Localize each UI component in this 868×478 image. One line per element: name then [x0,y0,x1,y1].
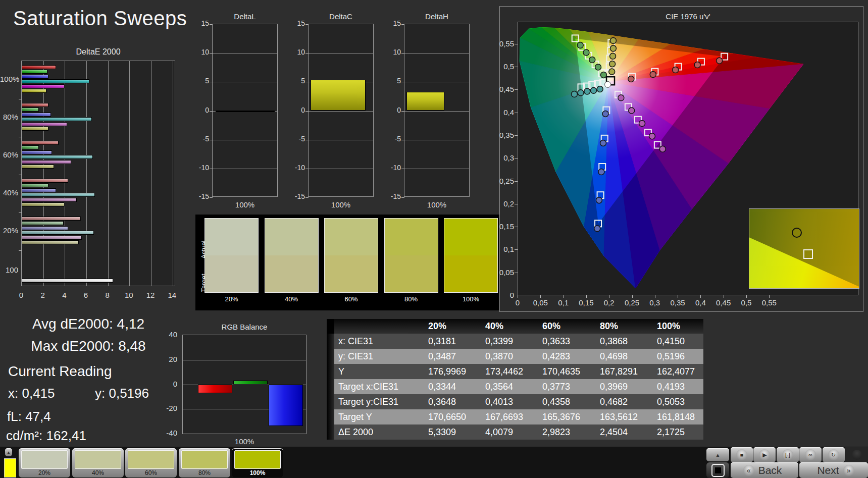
cie-x-tickmark [586,295,587,298]
scroll-up-icon[interactable]: ▲ [5,448,12,456]
measured-marker-red [717,58,723,64]
deltae-bar-40%-red [22,179,68,183]
table-header-cell [334,319,424,334]
measured-marker-magenta [618,95,624,101]
sample-swatch [128,450,174,469]
sample-button-40%[interactable]: 40% [72,448,124,477]
current-color-swatch[interactable] [4,458,16,477]
table-cell: 0,3969 [596,379,653,394]
table-cell: 4,0079 [481,424,538,440]
ytickmark [210,53,213,54]
grid-5 [213,82,277,82]
table-row-label: x: CIE31 [334,334,424,349]
cie-y-tick: 0,15 [492,222,514,231]
deltae-bar-60%-green [22,145,39,149]
deltae-bar-20%-cyan [22,231,94,235]
table-cell: 161,8148 [653,409,703,424]
stop-icon [711,464,725,477]
deltae-bar-40%-green [22,183,48,187]
target-swatch [325,255,378,292]
table-header-cell [327,319,334,334]
sample-strip: ▲ 20%40%60%80%100% ▲ ■▶[·]∞↻ « Back Next… [0,447,868,478]
cie-x-tickmark [678,295,678,298]
measured-marker-green [577,42,583,48]
back-button[interactable]: « Back [731,462,798,478]
deltae-bar-80%-cyan [22,117,92,121]
rgb-grid-20 [183,360,306,360]
table-row-label: Y [334,364,424,379]
target-swatch [205,255,258,292]
stop-session-button[interactable] [706,462,729,478]
table-cell: 167,8291 [596,364,653,379]
stop-button[interactable]: ■ [731,447,753,462]
xlabel-deltal: 100% [212,200,278,209]
cie-x-tick: 0,5 [737,298,755,307]
deltae-bar-40%-yellow [22,202,65,206]
ytickmark [401,82,404,82]
table-row-label: Target Y [334,409,424,424]
ytickmark [401,140,404,140]
cie-x-tick: 0 [508,298,527,307]
cie-inset-dark-region [749,209,859,288]
cie-y-tick: 0,05 [492,268,514,277]
deltae-bar-60%-yellow [22,165,54,169]
measured-marker-cyan [597,86,603,92]
cie-y-tickmark [515,135,518,136]
table-row-strip [327,364,334,379]
sample-button-100%[interactable]: 100% [232,448,283,477]
cie-y-tick: 0,3 [492,153,514,162]
measured-marker-cyan [571,91,577,97]
cie-y-tickmark [515,273,518,273]
play-button[interactable]: ▶ [753,447,776,462]
ytickmark [305,111,309,112]
target-swatch [265,255,318,292]
loop-button[interactable]: ∞ [799,447,822,462]
ytick--10: -10 [383,164,401,172]
rgb-ytick--40: -40 [162,429,177,437]
ytickmark [210,24,213,25]
next-button[interactable]: Next » [799,462,868,478]
table-cell: 0,3773 [538,379,596,394]
ytick-0: 0 [383,106,401,114]
panel-up-icon[interactable]: ▲ [706,448,729,461]
swatch-label: 80% [384,295,438,303]
ytickmark [401,111,404,112]
measured-marker-blue [602,111,608,117]
sample-button-20%[interactable]: 20% [19,448,70,477]
deltae-x-tick: 2 [38,291,48,299]
sample-label: 60% [125,469,177,476]
delta-bar [216,111,275,112]
sample-button-80%[interactable]: 80% [179,448,230,477]
measured-marker-yellow [609,61,616,67]
cie-x-tickmark [609,295,609,298]
deltae-bar-40%-blue [22,188,56,192]
refresh-icon: ↻ [828,449,839,460]
table-cell: 0,4358 [538,394,596,409]
rgb-bar-blue [269,385,303,427]
ytick-15: 15 [287,19,305,27]
ytickmark [305,197,309,198]
refresh-button[interactable]: ↻ [823,447,845,462]
deltae-x-tick: 12 [145,291,156,299]
table-cell: 173,4462 [481,364,538,379]
next-chevron-icon: » [843,465,854,476]
measured-marker-cyan [584,88,590,94]
deltae-group-label: 100% [0,75,18,83]
swatch-pair-40% [265,218,319,293]
sample-button-60%[interactable]: 60% [125,448,177,477]
deltae-bar-100-red [22,279,113,283]
ytick-5: 5 [383,77,401,85]
measured-marker-blue [600,140,606,146]
deltae-group-label: 20% [0,226,18,235]
grid-0 [404,111,469,112]
cie-y-tickmark [515,249,518,250]
table-cell: 0,5196 [653,349,703,364]
ytickmark [210,169,213,169]
cie-y-tick: 0,55 [492,39,514,48]
step-button[interactable]: [·] [777,447,799,462]
table-row-strip [327,424,334,440]
table-row-strip [327,379,334,394]
table-row-strip [327,409,334,424]
measured-marker-green [595,64,601,70]
deltae-bar-100%-blue [22,75,48,79]
